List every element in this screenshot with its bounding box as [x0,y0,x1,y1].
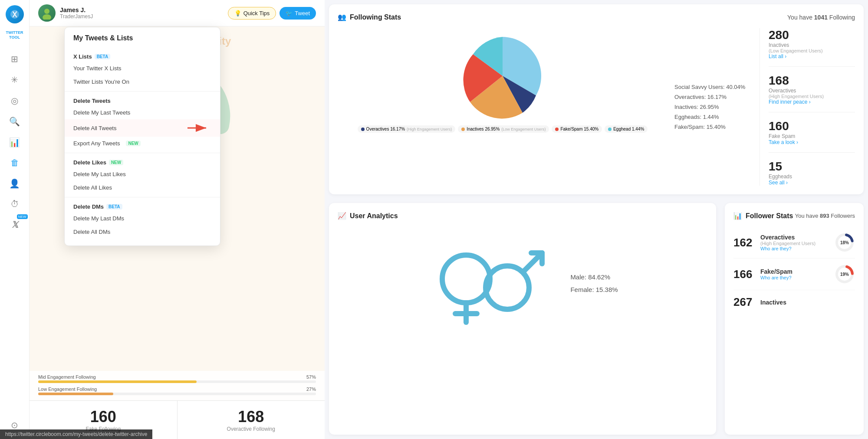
cat-dot-overactives [361,128,365,131]
sidebar-item-analytics[interactable]: 📊 [3,134,26,151]
dropdown-section-delete-tweets: Delete Tweets Delete My Last Tweets Dele… [65,95,220,150]
stat-fakespam: 160 Fake Spam Take a look › [769,119,855,145]
following-stats-card: 👥 Following Stats You have 1041 Followin… [329,4,864,194]
user-analytics-card: 📈 User Analytics [329,203,716,435]
mid-engagement-bar: Mid Engagement Following 57% [38,374,316,383]
gender-symbols-svg [427,236,557,331]
avatar [38,4,56,22]
category-badges: Overactives 16.17% (High Engagement User… [358,125,648,133]
tips-icon: 💡 [234,10,241,16]
delete-all-dms-item[interactable]: Delete All DMs [65,225,220,239]
follower-stats-header: 📊 Follower Stats You have 893 Followers [733,212,855,220]
sidebar-item-schedule[interactable]: ⏱ [3,196,26,213]
stat-divider-2 [769,112,855,112]
follower-stats-title: 📊 Follower Stats [733,212,793,220]
export-any-tweets-item[interactable]: Export Any Tweets NEW [65,137,220,150]
stat-divider-3 [769,152,855,153]
svg-point-2 [43,14,51,20]
label-overactives: Overactives: 16.17% [674,94,753,100]
x-icon: 𝕏 [11,220,18,230]
tweet-button[interactable]: 🐦 Tweet [279,7,316,20]
delete-all-tweets-item[interactable]: Delete All Tweets [65,119,220,137]
cat-badge-egghead: Egghead 1.44% [605,125,648,133]
schedule-icon: ⏱ [10,199,19,209]
top-bar: James J. TraderJamesJ 💡 Quick Tips 🐦 Twe… [30,0,325,26]
fake-following-number: 160 [38,408,168,426]
follower-fakespam-link[interactable]: Who are they? [760,275,829,280]
follower-stat-fakespam: 166 Fake/Spam Who are they? 19% [733,259,855,290]
stat-inactives-label: Inactives [769,42,855,48]
following-total: You have 1041 Following [787,14,855,21]
twitter-lists-youre-on-item[interactable]: Twitter Lists You're On [65,75,220,88]
divider-1 [65,91,220,92]
settings-icon: ⊙ [11,420,18,430]
follower-fakespam-info: Fake/Spam Who are they? [760,268,829,280]
user-analytics-header: 📈 User Analytics [338,212,707,220]
sidebar: TWITTER TOOL ⊞ ✳ ◎ 🔍 📊 🗑 👤 ⏱ 𝕏 NEW ⊙ [0,0,30,439]
follower-inactives-info: Inactives [760,299,855,306]
stat-overactives-number: 168 [769,74,855,88]
svg-point-9 [442,255,490,303]
sidebar-item-search[interactable]: 🔍 [3,113,26,130]
follower-stat-overactives: 162 Overactives (High Engagement Users) … [733,227,855,259]
engagement-bars: Mid Engagement Following 57% Low Engagem… [30,371,325,400]
dropdown-section-xlists: X Lists BETA Your Twitter X Lists Twitte… [65,51,220,88]
sidebar-item-target[interactable]: ◎ [3,92,26,109]
stat-eggheads-number: 15 [769,160,855,174]
stat-fakespam-link[interactable]: Take a look › [769,139,855,145]
sidebar-item-network[interactable]: ✳ [3,71,26,88]
svg-point-1 [44,9,49,14]
left-panel: James J. TraderJamesJ 💡 Quick Tips 🐦 Twe… [30,0,325,439]
pie-labels: Social Savvy Users: 40.04% Overactives: … [674,28,753,186]
label-fakespam: Fake/Spam: 15.40% [674,124,753,130]
delete-my-last-tweets-item[interactable]: Delete My Last Tweets [65,106,220,119]
quick-tips-button[interactable]: 💡 Quick Tips [228,7,276,20]
male-pct: Male: 84.62% [570,273,618,281]
right-panel: 👥 Following Stats You have 1041 Followin… [325,0,868,439]
delete-icon: 🗑 [10,158,19,168]
sidebar-item-dashboard[interactable]: ⊞ [3,50,26,68]
pie-chart-svg [455,28,550,124]
overactives-donut: 18% [834,232,855,253]
x-new-badge: NEW [17,214,28,219]
dropdown-section-delete-dms: Delete DMs BETA Delete My Last DMs Delet… [65,201,220,239]
divider-2 [65,153,220,153]
delete-my-last-dms-item[interactable]: Delete My Last DMs [65,212,220,225]
gender-area: Male: 84.62% Female: 15.38% [338,227,707,340]
low-engagement-bar: Low Engagement Following 27% [38,387,316,395]
delete-all-likes-item[interactable]: Delete All Likes [65,181,220,194]
delete-my-last-likes-item[interactable]: Delete My Last Likes [65,167,220,181]
svg-line-13 [523,253,542,272]
follower-overactives-label: Overactives [760,234,829,241]
user-info: James J. TraderJamesJ [38,4,93,22]
sidebar-item-delete[interactable]: 🗑 [3,154,26,171]
cat-dot-fakespam [555,128,559,131]
label-inactives: Inactives: 26.95% [674,104,753,110]
follower-total: You have 893 Followers [795,213,855,219]
dropdown-menu: My Tweets & Lists X Lists BETA Your Twit… [64,27,220,246]
sidebar-item-users[interactable]: 👤 [3,175,26,192]
stat-eggheads-link[interactable]: See all › [769,180,855,186]
stat-inactives-number: 280 [769,28,855,42]
following-stats-sidebar: 280 Inactives (Low Engagement Users) Lis… [760,28,855,186]
delete-likes-new-badge: NEW [109,160,123,165]
dropdown-title: My Tweets & Lists [65,34,220,47]
bottom-stats: Mid Engagement Following 57% Low Engagem… [30,371,325,439]
xlists-beta-badge: BETA [95,54,110,59]
stat-overactives-link[interactable]: Find inner peace › [769,99,855,105]
follower-overactives-info: Overactives (High Engagement Users) Who … [760,234,829,251]
stat-overactives-label: Overactives [769,88,855,94]
svg-text:18%: 18% [840,240,849,245]
stat-inactives-link[interactable]: List all › [769,53,855,59]
main-content: James J. TraderJamesJ 💡 Quick Tips 🐦 Twe… [30,0,868,439]
overactive-following-stat: 168 Overactive Following [178,401,325,439]
follower-stats-icon: 📊 [733,212,742,220]
follower-stat-inactives: 267 Inactives [733,290,855,314]
sidebar-item-x[interactable]: 𝕏 NEW [3,216,26,233]
dropdown-section-title-delete-dms: Delete DMs BETA [65,201,220,212]
your-twitter-xlists-item[interactable]: Your Twitter X Lists [65,62,220,75]
cat-dot-egghead [608,128,612,131]
dropdown-section-title-delete-tweets: Delete Tweets [65,95,220,106]
follower-overactives-link[interactable]: Who are they? [760,246,829,251]
label-social-savvy: Social Savvy Users: 40.04% [674,84,753,90]
